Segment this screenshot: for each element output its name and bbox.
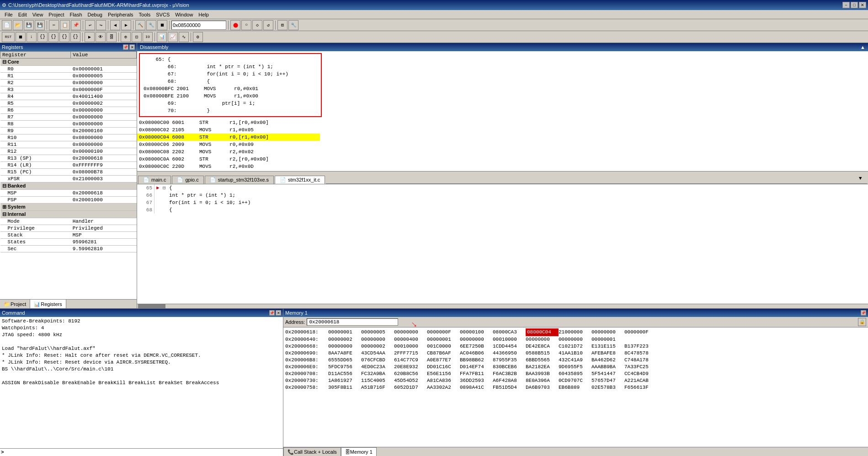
menu-view[interactable]: View (30, 11, 46, 18)
menu-peripherals[interactable]: Peripherals (105, 11, 136, 18)
reg-pin-button[interactable]: 📌 (123, 44, 128, 50)
source-arrow-67 (156, 199, 163, 206)
periph-btn[interactable]: ⊡ (132, 32, 142, 42)
mem-byte: FFA7FB11 (460, 370, 493, 377)
save-button[interactable]: 💾 (24, 20, 34, 30)
menu-window[interactable]: Window (172, 11, 196, 18)
menu-edit[interactable]: Edit (16, 11, 30, 18)
breakpt-btn[interactable]: ⊕ (121, 32, 131, 42)
memory-scroll[interactable]: 0x20000618: 00000001 00000005 00000000 0… (283, 327, 868, 447)
cmd-close-button[interactable]: ✕ (276, 310, 281, 316)
mem-byte: A6F428A8 (493, 377, 526, 384)
minimize-button[interactable]: − (842, 2, 850, 8)
reg-close-button[interactable]: ✕ (129, 44, 135, 50)
rst-button[interactable]: RST (2, 32, 15, 42)
undo-button[interactable]: ↩ (85, 20, 95, 30)
core-section-header[interactable]: ⊟ Core (0, 59, 137, 66)
memory1-tab[interactable]: 🗄 Memory 1 (341, 447, 377, 456)
menu-project[interactable]: Project (46, 11, 67, 18)
debug-btn[interactable]: ⬤ (230, 20, 240, 30)
source-scroll[interactable]: 65 ► ⊟ { 66 int * ptr = (int *) 1; 67 fo… (137, 184, 868, 304)
run-btn[interactable]: ▶ (85, 32, 95, 42)
mem-controls[interactable]: 📌 (861, 310, 866, 316)
cmd-pin-button[interactable]: 📌 (269, 310, 275, 316)
nav-fwd-button[interactable]: ▶ (121, 20, 131, 30)
mem-btn[interactable]: 🗄 (107, 32, 117, 42)
source-fold-65[interactable]: ⊟ (163, 184, 169, 192)
copy-button[interactable]: 📋 (60, 20, 70, 30)
view-split[interactable]: ⊞ (277, 20, 288, 30)
cmd-line: * JLink Info: Reset: Halt core after res… (2, 352, 281, 359)
stop-button[interactable]: ⏹ (157, 20, 167, 30)
disasm-maximize[interactable]: ▲ (860, 44, 865, 50)
sep5 (169, 21, 170, 30)
cmd-controls[interactable]: 📌 ✕ (269, 310, 281, 316)
mem-pin-button[interactable]: 📌 (861, 310, 866, 316)
open-button[interactable]: 📂 (13, 20, 23, 30)
menu-tools[interactable]: Tools (136, 11, 154, 18)
menu-debug[interactable]: Debug (85, 11, 105, 18)
debug-reset[interactable]: ↺ (263, 20, 273, 30)
logic-btn[interactable]: ∿ (179, 32, 189, 42)
perf-btn[interactable]: 📈 (168, 32, 178, 42)
tab-dropdown-btn[interactable]: ▼ (859, 176, 867, 184)
memory-row-4: 0x20000690: 8AA7A8FE 43CD54AA 2FFF7715 C… (285, 350, 866, 357)
brace3-button[interactable]: {} (59, 32, 69, 42)
tab-gpio-c[interactable]: 📄 gpio.c (172, 176, 203, 184)
internal-section-header[interactable]: ⊟ Internal (0, 211, 137, 218)
debug-run[interactable]: ○ (241, 20, 251, 30)
debug-stop2[interactable]: ◇ (252, 20, 262, 30)
source-tabs-row: 📄 main.c 📄 gpio.c 📄 startup_stm32f103xe.… (137, 175, 868, 184)
command-scroll[interactable]: Software-Breakpoints: 8192 Watchpoints: … (0, 317, 283, 448)
reg-value: 0x20001000 ← (71, 197, 137, 204)
source-hscrollbar[interactable] (137, 304, 868, 308)
redo-button[interactable]: ↪ (96, 20, 106, 30)
brace4-button[interactable]: {} (70, 32, 80, 42)
command-input[interactable] (6, 450, 282, 455)
cut-button[interactable]: ✂ (49, 20, 59, 30)
build-button[interactable]: 🔨 (135, 20, 145, 30)
registers-controls[interactable]: 📌 ✕ (123, 44, 135, 50)
menu-svcs[interactable]: SVCS (153, 11, 172, 18)
registers-tab[interactable]: 📊 Registers (30, 300, 66, 308)
menu-flash[interactable]: Flash (67, 11, 85, 18)
setup-btn[interactable]: ⚙ (193, 32, 203, 42)
watch-btn[interactable]: 👁 (96, 32, 106, 42)
system-section-header[interactable]: ⊞ System (0, 204, 137, 211)
table-row: R80x00000000 (0, 121, 137, 128)
nav-back-button[interactable]: ◀ (110, 20, 120, 30)
reg-name: R9 (0, 128, 71, 134)
brace2-button[interactable]: {} (48, 32, 59, 42)
paste-button[interactable]: 📌 (71, 20, 81, 30)
new-button[interactable]: 📄 (2, 20, 12, 30)
rebuild-button[interactable]: 🔧 (146, 20, 156, 30)
project-tab[interactable]: 📁 Project (0, 300, 30, 308)
menu-help[interactable]: Help (196, 11, 212, 18)
mem-byte: 6EE7250B (460, 343, 493, 350)
registers-scroll[interactable]: Register Value ⊟ Core R00x00000001 R10x0… (0, 51, 137, 299)
memory-address-input[interactable] (307, 318, 398, 326)
maximize-button[interactable]: □ (851, 2, 858, 8)
close-button[interactable]: ✕ (859, 2, 866, 8)
settings-btn[interactable]: 🔧 (288, 20, 298, 30)
trace-btn[interactable]: 📊 (157, 32, 167, 42)
title-bar-controls[interactable]: − □ ✕ (842, 2, 866, 8)
menu-file[interactable]: File (2, 11, 16, 18)
brace1-button[interactable]: {} (37, 32, 48, 42)
disasm-scrollbar[interactable] (137, 171, 868, 175)
stop3-button[interactable]: ⏹ (16, 32, 26, 42)
save-all-button[interactable]: 💾 (35, 20, 45, 30)
mem-byte: 115C4005 (361, 377, 394, 384)
tab-stm32f1xx-it-c[interactable]: 📄 stm32f1xx_it.c (275, 176, 325, 184)
banked-section-header[interactable]: ⊟ Banked (0, 182, 137, 190)
tab-startup-s[interactable]: 📄 startup_stm32f103xe.s (205, 176, 274, 184)
io-btn[interactable]: IO (143, 32, 153, 42)
tab-main-c[interactable]: 📄 main.c (138, 176, 171, 184)
disassembly-scroll[interactable]: 65: { 66: int * ptr = (int *) 1; 67: for… (137, 51, 868, 171)
call-stack-tab[interactable]: 📞 Call Stack + Locals (283, 447, 341, 456)
step-button[interactable]: ↓ (27, 32, 37, 42)
address-input[interactable] (171, 21, 226, 30)
registers-title: Registers (2, 44, 23, 50)
reg-name: R0 (0, 66, 71, 73)
memory-lock-button[interactable]: 🔒 (858, 318, 866, 326)
